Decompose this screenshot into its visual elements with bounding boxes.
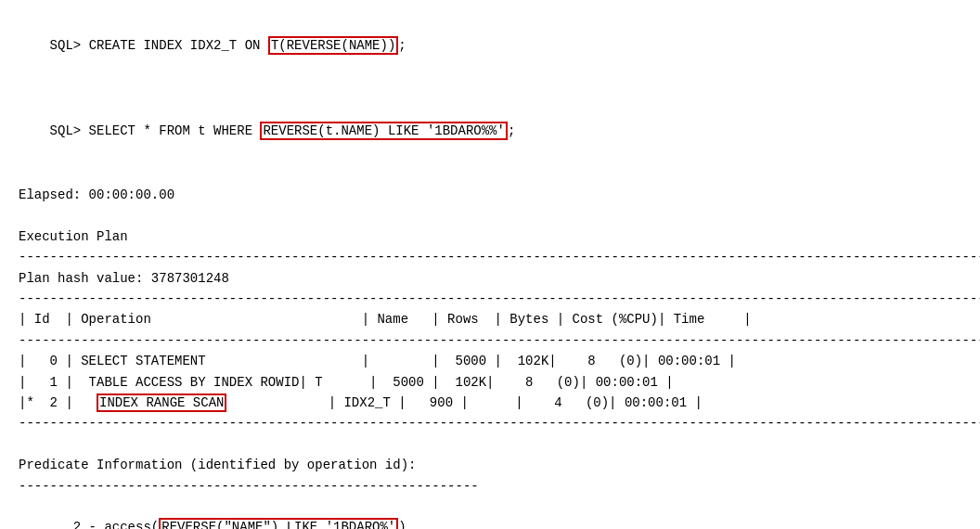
- sql-line2-highlighted: REVERSE(t.NAME) LIKE '1BDARO%%': [260, 122, 507, 140]
- predicate-suffix: ): [398, 520, 406, 529]
- create-keyword: CREATE: [89, 38, 135, 53]
- empty-line-3: [19, 206, 961, 226]
- plan-hash-value: Plan hash value: 3787301248: [19, 268, 961, 289]
- separator-3: ----------------------------------------…: [19, 330, 961, 351]
- table-row-1: | 1 | TABLE ACCESS BY INDEX ROWID| T | 5…: [19, 372, 961, 393]
- empty-line-1: [19, 79, 961, 99]
- separator-4: ----------------------------------------…: [19, 413, 961, 433]
- predicate-prefix: 2 - access(: [50, 520, 160, 529]
- execution-plan-title: Execution Plan: [19, 226, 961, 247]
- predicate-highlighted: REVERSE("NAME") LIKE '1BDARO%': [159, 518, 398, 529]
- index-range-scan-highlighted: INDEX RANGE SCAN: [97, 394, 226, 412]
- sql-line-1: SQL> CREATE INDEX IDX2_T ON T(REVERSE(NA…: [19, 15, 961, 77]
- sql-prompt-1: SQL>: [50, 38, 89, 53]
- separator-1: ----------------------------------------…: [19, 247, 961, 267]
- predicate-title: Predicate Information (identified by ope…: [19, 455, 961, 475]
- sql-line1-highlighted: T(REVERSE(NAME)): [268, 36, 398, 55]
- sql-line2-suffix: ;: [508, 123, 515, 138]
- predicate-separator: ----------------------------------------…: [19, 476, 961, 497]
- sql-line-2: SQL> SELECT * FROM t WHERE REVERSE(t.NAM…: [19, 100, 961, 162]
- table-header: | Id | Operation | Name | Rows | Bytes |…: [19, 309, 961, 329]
- sql-prompt-2: SQL> SELECT * FROM t WHERE: [50, 123, 261, 138]
- empty-line-2: [19, 164, 961, 185]
- sql-line1-mid: INDEX IDX2_T ON: [135, 38, 268, 53]
- empty-line-4: [19, 434, 961, 455]
- predicate-line-1: 2 - access(REVERSE("NAME") LIKE '1BDARO%…: [19, 497, 961, 529]
- main-content: SQL> CREATE INDEX IDX2_T ON T(REVERSE(NA…: [19, 15, 961, 529]
- table-row-0: | 0 | SELECT STATEMENT | | 5000 | 102K| …: [19, 351, 961, 371]
- elapsed-line: Elapsed: 00:00:00.00: [19, 185, 961, 205]
- table-row-2: |* 2 | INDEX RANGE SCAN | IDX2_T | 900 |…: [19, 393, 961, 413]
- sql-line1-suffix: ;: [398, 38, 406, 53]
- separator-2: ----------------------------------------…: [19, 289, 961, 309]
